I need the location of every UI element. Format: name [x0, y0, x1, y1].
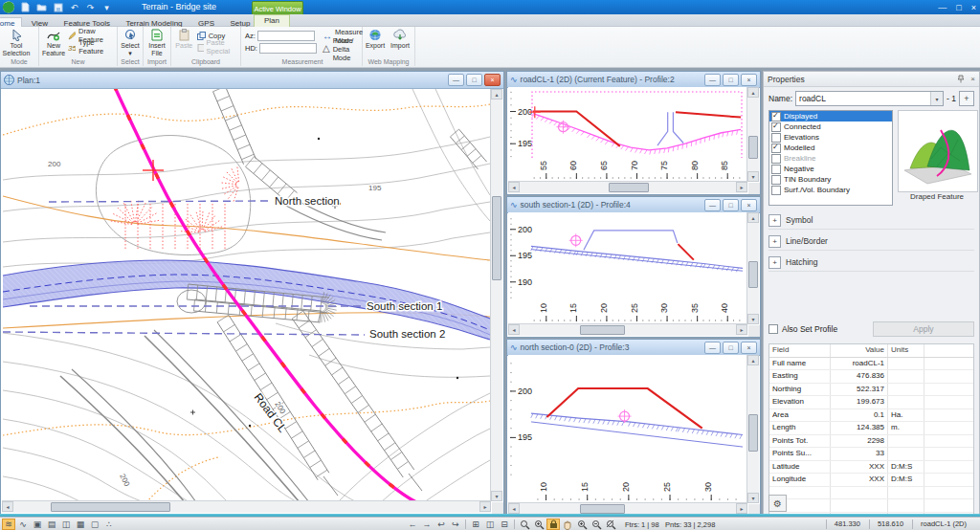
- window-close-button[interactable]: ×: [971, 3, 976, 12]
- profile-vscrollbar[interactable]: ▴ ▾: [746, 355, 759, 503]
- close-button[interactable]: ×: [741, 199, 757, 211]
- expander-hatching[interactable]: + Hatching: [768, 254, 974, 272]
- profile-plot-canvas[interactable]: 1952001015202530: [508, 355, 747, 506]
- window-maximize-button[interactable]: □: [956, 3, 961, 12]
- panel-close-icon[interactable]: ×: [970, 75, 975, 83]
- close-button[interactable]: ×: [741, 342, 757, 354]
- points-tool-icon[interactable]: ∴: [102, 519, 116, 530]
- scroll-up-arrow[interactable]: ▴: [747, 212, 759, 223]
- flag-row[interactable]: Negative: [769, 164, 892, 174]
- apply-button[interactable]: Apply: [873, 321, 974, 337]
- flag-row[interactable]: TIN Boundary: [769, 174, 892, 185]
- open-folder-icon[interactable]: [35, 2, 48, 13]
- settings-gear-button[interactable]: ⚙: [768, 495, 787, 512]
- checkbox[interactable]: [771, 175, 781, 185]
- zoom-extents-icon[interactable]: [604, 519, 617, 530]
- az-input[interactable]: [257, 31, 315, 41]
- scroll-thumb[interactable]: [748, 414, 758, 452]
- selection-tool-icon[interactable]: ▢: [88, 519, 101, 530]
- paste-special-button[interactable]: Paste Special: [197, 42, 240, 52]
- scroll-down-arrow[interactable]: ▾: [747, 493, 759, 503]
- save-icon[interactable]: [52, 2, 64, 13]
- zoom-lock-icon[interactable]: [546, 519, 560, 530]
- maximize-button[interactable]: □: [723, 199, 739, 211]
- flag-row[interactable]: Surf./Vol. Boundary: [769, 185, 892, 195]
- zoom-out-icon[interactable]: [590, 519, 603, 530]
- resize-grip[interactable]: [748, 325, 760, 337]
- paste-button[interactable]: Paste: [171, 27, 197, 57]
- scroll-up-arrow[interactable]: ▴: [747, 355, 759, 365]
- zoom-tool-icon[interactable]: [518, 519, 531, 530]
- flag-row[interactable]: Connected: [769, 121, 892, 132]
- profile-vscrollbar[interactable]: ▴ ▾: [746, 87, 759, 182]
- pan-right-icon[interactable]: →: [420, 519, 434, 530]
- scroll-up-arrow[interactable]: ▴: [491, 89, 502, 99]
- profile-hscrollbar[interactable]: ◂ ▸: [508, 181, 747, 193]
- scroll-left-arrow[interactable]: ◂: [2, 501, 13, 512]
- profile-view-icon[interactable]: ∿: [16, 519, 30, 530]
- minimize-button[interactable]: —: [704, 74, 721, 86]
- scroll-left-arrow[interactable]: ◂: [508, 182, 520, 192]
- plan-map-canvas[interactable]: North section South section 1 South sect…: [3, 89, 491, 502]
- scroll-thumb[interactable]: [580, 325, 625, 335]
- scroll-thumb[interactable]: [51, 502, 170, 512]
- scroll-left-arrow[interactable]: ◂: [508, 503, 520, 514]
- scroll-thumb[interactable]: [580, 504, 625, 514]
- profile-titlebar[interactable]: ∿ south section-1 (2D) - Profile:4 — □ ×: [507, 197, 760, 213]
- web-import-button[interactable]: Import: [388, 27, 412, 57]
- flag-row[interactable]: Modelled: [769, 143, 892, 153]
- checkbox[interactable]: [771, 122, 781, 132]
- minimize-button[interactable]: —: [704, 199, 721, 211]
- scroll-thumb[interactable]: [748, 136, 758, 159]
- scroll-up-arrow[interactable]: ▴: [747, 87, 759, 98]
- minimize-button[interactable]: —: [704, 342, 721, 354]
- profile-plot-canvas[interactable]: 19520055606570758085: [508, 87, 747, 185]
- app-logo-icon[interactable]: [2, 1, 15, 13]
- window-minimize-button[interactable]: —: [938, 3, 947, 12]
- north-section-line[interactable]: [49, 201, 271, 202]
- plan-vscrollbar[interactable]: ▴ ▾: [490, 89, 502, 501]
- scroll-right-arrow[interactable]: ▸: [736, 503, 747, 514]
- zoom-in-icon[interactable]: [575, 519, 589, 530]
- also-set-profile-checkbox[interactable]: [768, 324, 778, 334]
- view-back-icon[interactable]: ↩: [434, 519, 448, 530]
- grid-view-icon[interactable]: ▦: [74, 519, 87, 530]
- checkbox[interactable]: [771, 165, 781, 174]
- scroll-thumb[interactable]: [609, 183, 649, 192]
- tool-selection-button[interactable]: Tool Selection: [0, 27, 33, 57]
- plan-window-titlebar[interactable]: Plan:1 — □ ×: [1, 72, 503, 89]
- hd-input[interactable]: [259, 43, 317, 54]
- select-button[interactable]: Select▾: [118, 27, 143, 57]
- add-feature-button[interactable]: +: [959, 91, 974, 106]
- maximize-button[interactable]: □: [723, 342, 739, 354]
- profile-titlebar[interactable]: ∿ roadCL-1 (2D) (Current Feature) - Prof…: [507, 72, 760, 88]
- close-button[interactable]: ×: [741, 74, 757, 86]
- plan-maximize-button[interactable]: □: [466, 74, 482, 86]
- redo-icon[interactable]: ↷: [84, 2, 97, 13]
- plan-hscrollbar[interactable]: ◂ ▸: [2, 500, 491, 513]
- new-feature-button[interactable]: New Feature: [39, 27, 68, 57]
- scroll-right-arrow[interactable]: ▸: [736, 182, 747, 192]
- checkbox[interactable]: [771, 186, 781, 195]
- tile-vertical-icon[interactable]: ◫: [483, 519, 497, 530]
- scroll-thumb[interactable]: [492, 196, 501, 280]
- qat-dropdown-icon[interactable]: ▾: [100, 2, 113, 13]
- pan-hand-icon[interactable]: [561, 519, 574, 530]
- pin-icon[interactable]: [957, 75, 965, 83]
- plan-close-button[interactable]: ×: [484, 74, 501, 86]
- flag-row[interactable]: Displayed: [769, 111, 892, 121]
- profile-titlebar[interactable]: ∿ north section-0 (2D) - Profile:3 — □ ×: [507, 340, 760, 356]
- maximize-button[interactable]: □: [723, 74, 739, 86]
- expander-line-border[interactable]: + Line/Border: [768, 232, 974, 251]
- contour-view-icon[interactable]: ≋: [2, 519, 15, 530]
- scroll-right-arrow[interactable]: ▸: [479, 501, 491, 512]
- profile-vscrollbar[interactable]: ▴ ▾: [746, 212, 759, 324]
- resize-grip[interactable]: [492, 502, 503, 514]
- resize-grip[interactable]: [748, 183, 760, 194]
- scroll-down-arrow[interactable]: ▾: [747, 314, 759, 324]
- expander-symbol[interactable]: + Symbol: [768, 211, 974, 230]
- cascade-windows-icon[interactable]: ⊞: [469, 519, 482, 530]
- new-file-icon[interactable]: [19, 2, 32, 13]
- insert-file-button[interactable]: Insert File: [144, 27, 170, 57]
- plan-minimize-button[interactable]: —: [448, 74, 464, 86]
